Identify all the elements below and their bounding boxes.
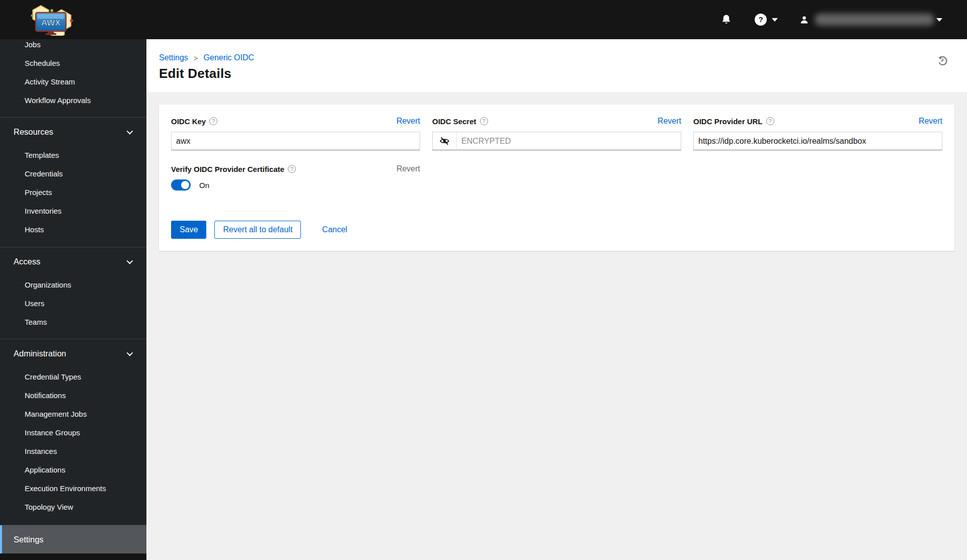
nav-toggle-button[interactable]: [13, 18, 17, 22]
sidebar-item-execution-environments[interactable]: Execution Environments: [0, 479, 146, 498]
question-circle-icon[interactable]: [480, 117, 488, 125]
breadcrumb-link-generic-oidc[interactable]: Generic OIDC: [204, 53, 254, 62]
sidebar-section-resources: Resources Templates Credentials Projects…: [0, 118, 146, 247]
oidc-key-label: OIDC Key: [171, 117, 206, 126]
sidebar-item-instances[interactable]: Instances: [0, 442, 146, 460]
sidebar-item-settings[interactable]: Settings: [0, 525, 146, 553]
caret-down-icon: [936, 18, 942, 22]
sidebar-item-schedules[interactable]: Schedules: [0, 54, 146, 72]
question-circle-icon[interactable]: [209, 117, 217, 125]
awx-logo[interactable]: AWX: [27, 3, 75, 36]
bell-icon: [721, 14, 731, 25]
oidc-secret-input[interactable]: [457, 132, 681, 150]
field-verify-oidc-certificate: Verify OIDC Provider Certificate Revert …: [171, 164, 420, 191]
breadcrumb-separator: >: [194, 54, 198, 62]
reveal-secret-button[interactable]: [432, 132, 457, 150]
sidebar-section-views: Jobs Schedules Activity Stream Workflow …: [0, 39, 146, 118]
sidebar-item-teams[interactable]: Teams: [0, 313, 146, 331]
oidc-secret-label: OIDC Secret: [432, 117, 476, 126]
sidebar-item-organizations[interactable]: Organizations: [0, 275, 146, 294]
oidc-provider-url-label: OIDC Provider URL: [693, 117, 763, 126]
sidebar-group-administration[interactable]: Administration: [0, 339, 146, 367]
form-actions: Save Revert all to default Cancel: [171, 221, 942, 239]
sidebar-section-administration: Administration Credential Types Notifica…: [0, 339, 146, 525]
svg-text:AWX: AWX: [41, 18, 61, 28]
verify-certificate-label: Verify OIDC Provider Certificate: [171, 165, 284, 173]
sidebar-item-projects[interactable]: Projects: [0, 183, 146, 202]
main-content: Settings > Generic OIDC Edit Details OID…: [146, 39, 967, 560]
help-menu-button[interactable]: [755, 14, 778, 26]
page-body: OIDC Key Revert OIDC Secret Revert: [146, 92, 967, 560]
question-circle-icon[interactable]: [766, 117, 774, 125]
cancel-button[interactable]: Cancel: [314, 221, 355, 239]
masthead: AWX: [0, 0, 967, 39]
sidebar-item-credentials[interactable]: Credentials: [0, 164, 146, 183]
field-oidc-secret: OIDC Secret Revert: [432, 117, 681, 150]
help-icon: [755, 14, 767, 26]
history-button[interactable]: [937, 54, 949, 68]
settings-form: OIDC Key Revert OIDC Secret Revert: [171, 117, 942, 191]
toggle-state-label: On: [199, 181, 209, 190]
sidebar-item-notifications[interactable]: Notifications: [0, 386, 146, 405]
sidebar-section-access: Access Organizations Users Teams: [0, 247, 146, 339]
sidebar-item-applications[interactable]: Applications: [0, 460, 146, 479]
sidebar-item-management-jobs[interactable]: Management Jobs: [0, 405, 146, 423]
masthead-actions: [721, 14, 942, 26]
sidebar-item-templates[interactable]: Templates: [0, 146, 146, 164]
sidebar-item-activity-stream[interactable]: Activity Stream: [0, 72, 146, 91]
sidebar: Jobs Schedules Activity Stream Workflow …: [0, 39, 146, 560]
oidc-provider-url-input[interactable]: [693, 132, 942, 150]
sidebar-item-workflow-approvals[interactable]: Workflow Approvals: [0, 91, 146, 110]
sidebar-bottom-fill: [0, 553, 146, 560]
breadcrumb-link-settings[interactable]: Settings: [159, 53, 188, 62]
sidebar-group-resources[interactable]: Resources: [0, 118, 146, 146]
save-button[interactable]: Save: [171, 221, 206, 239]
sidebar-nav: Jobs Schedules Activity Stream Workflow …: [0, 39, 146, 553]
chevron-down-icon: [127, 257, 133, 264]
edit-details-card: OIDC Key Revert OIDC Secret Revert: [159, 105, 954, 251]
sidebar-item-hosts[interactable]: Hosts: [0, 220, 146, 239]
chevron-down-icon: [127, 349, 133, 356]
user-name-redacted: [815, 14, 934, 26]
sidebar-item-users[interactable]: Users: [0, 294, 146, 313]
eye-slash-icon: [440, 137, 449, 145]
oidc-secret-revert-button[interactable]: Revert: [658, 117, 681, 126]
question-circle-icon[interactable]: [288, 165, 296, 173]
breadcrumb: Settings > Generic OIDC: [159, 53, 949, 62]
chevron-down-icon: [127, 128, 133, 134]
oidc-provider-url-revert-button[interactable]: Revert: [919, 117, 942, 126]
history-icon: [937, 54, 949, 66]
notifications-button[interactable]: [721, 14, 731, 25]
user-menu-button[interactable]: [800, 14, 942, 26]
user-icon: [800, 16, 809, 24]
page-header: Settings > Generic OIDC Edit Details: [146, 39, 967, 92]
verify-certificate-revert-button: Revert: [396, 164, 420, 173]
awx-logo-icon: AWX: [27, 4, 75, 36]
verify-certificate-toggle[interactable]: [171, 179, 191, 191]
revert-all-button[interactable]: Revert all to default: [214, 221, 301, 239]
oidc-key-revert-button[interactable]: Revert: [396, 117, 420, 126]
sidebar-item-jobs[interactable]: Jobs: [0, 39, 146, 54]
oidc-key-input[interactable]: [171, 132, 420, 150]
sidebar-item-inventories[interactable]: Inventories: [0, 202, 146, 220]
field-oidc-key: OIDC Key Revert: [171, 117, 420, 150]
page-title: Edit Details: [159, 66, 949, 81]
field-oidc-provider-url: OIDC Provider URL Revert: [693, 117, 942, 150]
sidebar-item-credential-types[interactable]: Credential Types: [0, 367, 146, 386]
sidebar-item-topology-view[interactable]: Topology View: [0, 498, 146, 516]
sidebar-group-access[interactable]: Access: [0, 247, 146, 275]
caret-down-icon: [772, 18, 778, 22]
sidebar-item-instance-groups[interactable]: Instance Groups: [0, 423, 146, 442]
